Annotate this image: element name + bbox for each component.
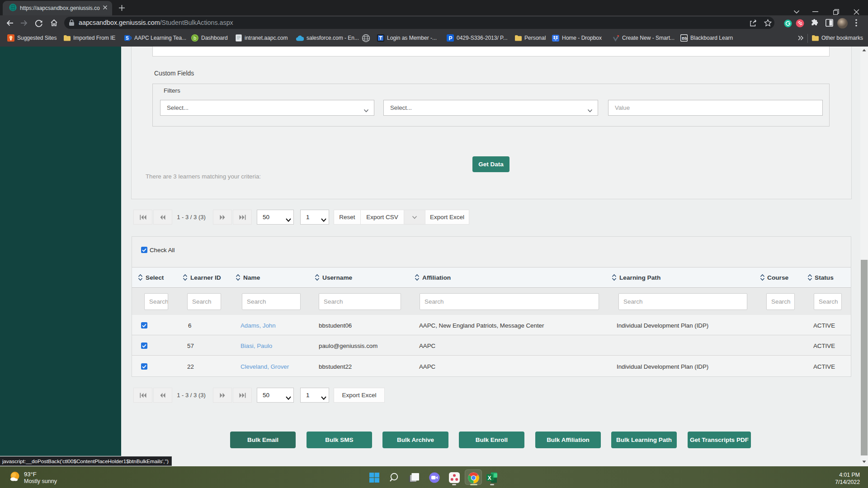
svg-text:S: S xyxy=(126,36,129,41)
svg-text:b: b xyxy=(193,35,197,41)
svg-text:X: X xyxy=(488,475,491,481)
svg-text:P: P xyxy=(449,35,453,42)
svg-text:Bb: Bb xyxy=(682,36,687,41)
